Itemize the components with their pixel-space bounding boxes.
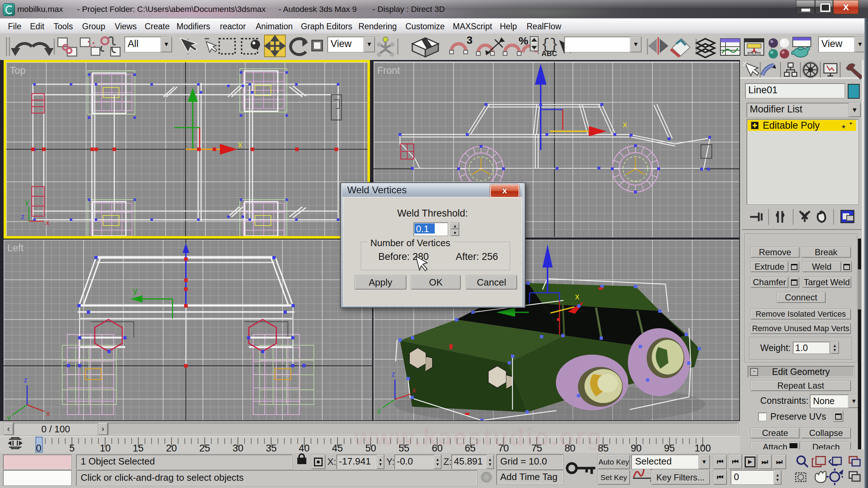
- svg-text:45: 45: [332, 443, 343, 453]
- svg-text:y: y: [377, 406, 381, 414]
- svg-text:y: y: [133, 286, 137, 295]
- svg-text:20: 20: [166, 443, 177, 453]
- svg-text:25: 25: [199, 443, 210, 453]
- svg-text:x: x: [46, 218, 49, 226]
- svg-text:z: z: [24, 376, 27, 384]
- svg-text:y: y: [7, 414, 11, 420]
- svg-text:x: x: [46, 409, 50, 417]
- svg-text:y: y: [25, 198, 29, 206]
- svg-text:5: 5: [69, 443, 75, 453]
- svg-text:0: 0: [36, 443, 41, 453]
- svg-text:x: x: [412, 386, 416, 394]
- svg-text:x: x: [238, 140, 242, 149]
- svg-text:40: 40: [299, 443, 310, 453]
- svg-text:x: x: [575, 291, 579, 301]
- svg-text:z: z: [21, 213, 25, 221]
- svg-text:35: 35: [266, 443, 277, 453]
- svg-text:3: 3: [467, 34, 473, 46]
- svg-text:30: 30: [233, 443, 243, 453]
- svg-text:15: 15: [133, 443, 144, 453]
- svg-text:z: z: [392, 370, 395, 378]
- svg-text:x: x: [623, 119, 627, 129]
- svg-text:10: 10: [100, 443, 111, 453]
- svg-text:ABC: ABC: [541, 50, 557, 57]
- svg-text:%: %: [519, 35, 528, 47]
